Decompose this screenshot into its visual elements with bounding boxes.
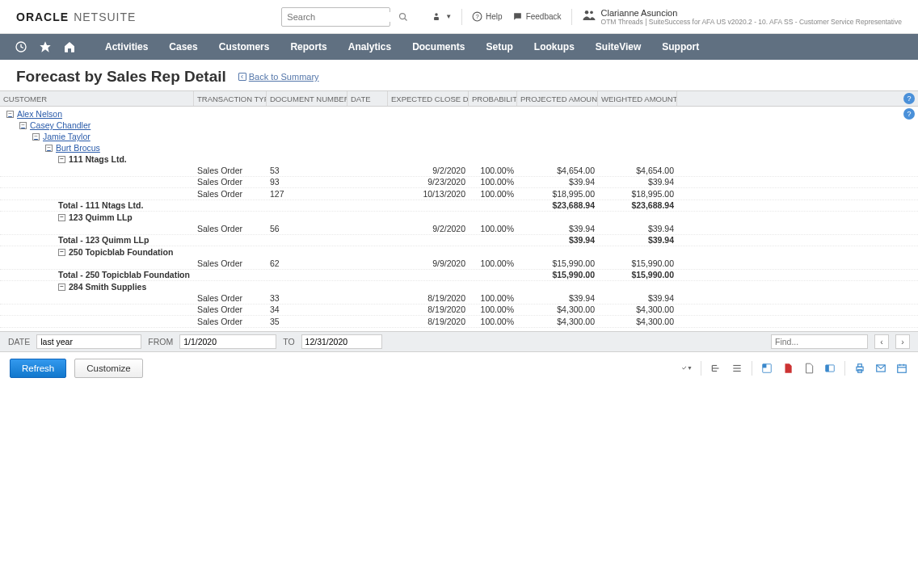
- nav-cases[interactable]: Cases: [159, 34, 207, 60]
- nav-activities[interactable]: Activities: [95, 34, 158, 60]
- tree-row-123-quimm[interactable]: − 123 Quimm LLp: [0, 212, 918, 223]
- home-icon[interactable]: [58, 36, 81, 58]
- table-row[interactable]: Sales Order539/2/2020100.00%$4,654.00$4,…: [0, 165, 918, 177]
- logo[interactable]: ORACLE NETSUITE: [16, 10, 136, 23]
- table-row[interactable]: Sales Order939/23/2020100.00%$39.94$39.9…: [0, 177, 918, 189]
- nav-lookups[interactable]: Lookups: [524, 34, 584, 60]
- nav-setup[interactable]: Setup: [476, 34, 522, 60]
- col-date[interactable]: DATE: [347, 91, 388, 106]
- find-input[interactable]: [771, 334, 868, 349]
- user-menu[interactable]: Clarianne Asuncion OTM Threads | SuiteSu…: [582, 8, 902, 26]
- next-page-button[interactable]: ›: [895, 334, 910, 349]
- global-search[interactable]: [281, 7, 390, 27]
- search-input[interactable]: [287, 12, 398, 22]
- collapse-icon[interactable]: −: [6, 111, 14, 118]
- tree-row-284-smith[interactable]: − 284 Smith Supplies: [0, 281, 918, 292]
- tree-label: 123 Quimm LLp: [69, 212, 133, 222]
- nav-customers[interactable]: Customers: [209, 34, 280, 60]
- email-icon[interactable]: [874, 362, 887, 375]
- help-link[interactable]: ? Help: [472, 11, 503, 22]
- tree-row-111-ntags[interactable]: − 111 Ntags Ltd.: [0, 153, 918, 165]
- cell-ttype: Sales Order: [194, 304, 267, 314]
- tree-label: 250 Topicblab Foundation: [69, 247, 173, 257]
- nav-analytics[interactable]: Analytics: [339, 34, 401, 60]
- role-switcher[interactable]: ▼: [431, 11, 452, 23]
- collapse-icon[interactable]: −: [19, 122, 27, 129]
- collapse-icon[interactable]: −: [32, 133, 40, 141]
- col-weighted-amount[interactable]: WEIGHTED AMOUNT: [598, 91, 677, 106]
- schedule-icon[interactable]: [895, 362, 908, 375]
- separator: [571, 9, 572, 25]
- cell-proj: $4,300.00: [517, 317, 598, 326]
- prev-page-button[interactable]: ‹: [874, 334, 889, 349]
- tree-row-burt-brocus[interactable]: − Burt Brocus: [0, 142, 918, 153]
- export-xls-icon[interactable]: [823, 362, 836, 375]
- options-icon[interactable]: ▼: [680, 362, 693, 375]
- tree-row-alex-nelson[interactable]: − Alex Nelson: [0, 108, 918, 120]
- nav-documents[interactable]: Documents: [402, 34, 474, 60]
- user-name: Clarianne Asuncion: [601, 8, 902, 18]
- collapse-icon[interactable]: −: [58, 156, 65, 163]
- tree-row-250-topicblab[interactable]: − 250 Topicblab Foundation: [0, 246, 918, 258]
- column-help-icon[interactable]: ?: [903, 93, 915, 104]
- main-nav: Activities Cases Customers Reports Analy…: [0, 34, 918, 60]
- col-document-number[interactable]: DOCUMENT NUMBER: [267, 91, 347, 106]
- to-date-input[interactable]: [301, 334, 382, 349]
- report-column-headers: CUSTOMER TRANSACTION TYPE DOCUMENT NUMBE…: [0, 90, 918, 107]
- cell-docnum: 53: [267, 166, 347, 175]
- export-doc-icon[interactable]: [802, 362, 815, 375]
- nav-suiteview[interactable]: SuiteView: [586, 34, 651, 60]
- cell-prob: 100.00%: [469, 258, 517, 268]
- nav-support[interactable]: Support: [652, 34, 709, 60]
- cell-weight: $18,995.00: [598, 189, 677, 199]
- cell-date: 9/23/2020: [388, 177, 469, 187]
- svg-point-6: [584, 10, 588, 15]
- collapse-icon[interactable]: −: [58, 249, 65, 256]
- date-range-input[interactable]: [36, 334, 141, 349]
- export-pdf-icon[interactable]: [781, 362, 794, 375]
- cell-date: 9/9/2020: [388, 258, 469, 268]
- cell-prob: 100.00%: [469, 293, 517, 303]
- collapse-icon[interactable]: −: [58, 284, 65, 291]
- table-row[interactable]: Sales Order629/9/2020100.00%$15,990.00$1…: [0, 258, 918, 270]
- total-label: Total - 111 Ntags Ltd.: [0, 200, 194, 210]
- collapse-icon[interactable]: −: [58, 214, 65, 221]
- back-to-summary-link[interactable]: Back to Summary: [238, 72, 319, 82]
- svg-text:?: ?: [475, 13, 478, 20]
- tree-row-casey-chandler[interactable]: − Casey Chandler: [0, 120, 918, 131]
- col-expected-close-date[interactable]: EXPECTED CLOSE DATE: [388, 91, 469, 106]
- table-row[interactable]: Sales Order12710/13/2020100.00%$18,995.0…: [0, 188, 918, 200]
- export-csv-icon[interactable]: [760, 362, 773, 375]
- customize-button[interactable]: Customize: [74, 359, 142, 378]
- body-help-icon[interactable]: ?: [903, 108, 915, 120]
- table-row[interactable]: Sales Order358/19/2020100.00%$4,300.00$4…: [0, 316, 918, 328]
- refresh-button[interactable]: Refresh: [10, 359, 66, 378]
- table-row[interactable]: Sales Order569/2/2020100.00%$39.94$39.94: [0, 223, 918, 235]
- col-probability[interactable]: PROBABILITY: [469, 91, 517, 106]
- col-customer[interactable]: CUSTOMER: [0, 91, 194, 106]
- cell-date: 9/2/2020: [388, 224, 469, 233]
- cell-ttype: Sales Order: [194, 189, 267, 199]
- from-date-input[interactable]: [179, 334, 276, 349]
- print-icon[interactable]: [853, 362, 866, 375]
- cell-date: 9/2/2020: [388, 166, 469, 175]
- collapse-icon[interactable]: −: [45, 145, 53, 152]
- cell-weight: $4,300.00: [598, 304, 677, 314]
- tree-row-jamie-taylor[interactable]: − Jamie Taylor: [0, 131, 918, 142]
- col-projected-amount[interactable]: PROJECTED AMOUNT: [517, 91, 598, 106]
- total-row-250-topicblab: Total - 250 Topicblab Foundation $15,990…: [0, 270, 918, 282]
- collapse-icon[interactable]: [731, 362, 743, 375]
- search-icon[interactable]: [398, 12, 408, 22]
- recent-icon[interactable]: [10, 36, 32, 58]
- feedback-link[interactable]: Feedback: [512, 11, 562, 22]
- toolbar-icons: ▼: [680, 361, 908, 376]
- table-row[interactable]: Sales Order348/19/2020100.00%$4,300.00$4…: [0, 304, 918, 317]
- table-row[interactable]: Sales Order338/19/2020100.00%$39.94$39.9…: [0, 292, 918, 304]
- back-label: Back to Summary: [249, 72, 319, 82]
- total-proj: $15,990.00: [517, 270, 598, 279]
- nav-reports[interactable]: Reports: [280, 34, 336, 60]
- cell-prob: 100.00%: [469, 224, 517, 233]
- favorites-icon[interactable]: [34, 36, 57, 58]
- col-transaction-type[interactable]: TRANSACTION TYPE: [194, 91, 267, 106]
- expand-icon[interactable]: [710, 362, 722, 375]
